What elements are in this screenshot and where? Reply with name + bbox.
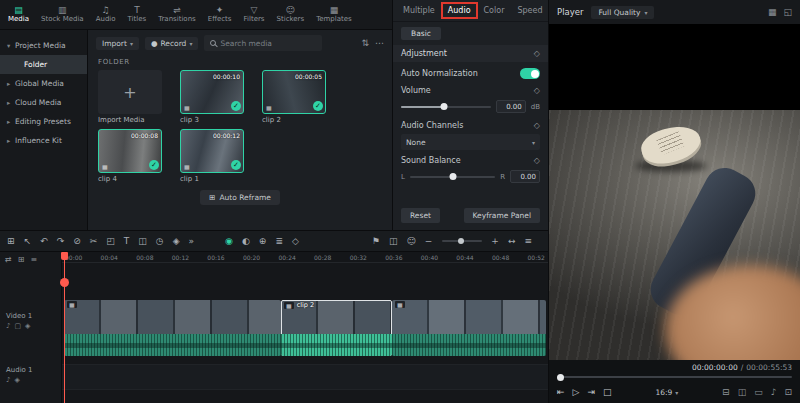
video-preview[interactable] (549, 24, 800, 360)
marker-icon[interactable]: ⚑ (372, 237, 380, 246)
tab-titles[interactable]: T Titles (122, 3, 153, 26)
auto-normalization-toggle[interactable] (520, 68, 540, 79)
sound-balance-value[interactable]: 0.00 (510, 170, 540, 183)
search-box[interactable] (204, 35, 322, 51)
sound-balance-slider[interactable] (410, 176, 495, 178)
tab-stock-media[interactable]: ▥ Stock Media (35, 3, 90, 26)
sidebar-item-influence-kit[interactable]: ▸ Influence Kit (0, 131, 87, 150)
previous-frame-button[interactable]: ⇤ (557, 387, 565, 397)
keyframe-diamond-icon[interactable]: ◇ (534, 86, 540, 95)
redo-icon[interactable]: ↷ (57, 237, 65, 246)
search-input[interactable] (220, 39, 316, 48)
display-mode-button[interactable]: ▭ (754, 387, 763, 397)
media-clip-3[interactable]: 00:00:10 ▦ ✓ (180, 70, 244, 114)
volume-slider-handle[interactable] (441, 103, 448, 110)
filter-icon[interactable]: ⇅ (361, 38, 369, 48)
timeline-clip-2-selected[interactable]: ▦ clip 2 (281, 300, 392, 356)
lock-track-icon[interactable]: ◈ (25, 322, 30, 330)
timeline-zoom-handle[interactable] (458, 238, 464, 244)
lock-track-icon[interactable]: ◈ (14, 376, 19, 384)
stop-button[interactable]: □ (603, 387, 612, 397)
sidebar-item-cloud-media[interactable]: ▸ Cloud Media (0, 93, 87, 112)
playhead-grip[interactable] (60, 278, 69, 287)
sidebar-item-project-media[interactable]: ▾ Project Media (0, 36, 87, 55)
reset-button[interactable]: Reset (401, 208, 440, 223)
properties-tab-multiple[interactable]: Multiple (397, 3, 441, 18)
mask-icon[interactable]: ◐ (242, 237, 250, 246)
basic-subtab[interactable]: Basic (401, 27, 441, 40)
keyframe-diamond-icon[interactable]: ◇ (534, 49, 540, 58)
playhead[interactable] (64, 252, 65, 403)
more-tools-icon[interactable]: » (189, 237, 195, 246)
track-options-icon[interactable]: ≡ (524, 237, 532, 246)
track-menu-icon[interactable]: ≡ (30, 255, 37, 264)
split-icon[interactable]: ✂ (90, 237, 98, 246)
next-frame-button[interactable]: ⇥ (587, 387, 595, 397)
media-clip-4[interactable]: 00:00:08 ▦ ✓ (98, 129, 162, 173)
toolbox-icon[interactable]: ⊞ (7, 237, 15, 246)
quality-dropdown[interactable]: Full Quality ▾ (591, 6, 654, 19)
seek-handle[interactable] (557, 374, 564, 381)
timeline-ruler[interactable]: 00:00 00:04 00:08 00:12 00:16 00:20 00:2… (62, 252, 548, 263)
tab-filters[interactable]: ▽ Filters (238, 3, 271, 26)
sound-balance-handle[interactable] (449, 173, 456, 180)
crop-icon[interactable]: ◰ (106, 237, 115, 246)
volume-slider[interactable] (401, 106, 491, 108)
add-track-icon[interactable]: ⊞ (18, 255, 25, 264)
mute-track-icon[interactable]: ♪ (6, 322, 10, 330)
zoom-out-icon[interactable]: − (425, 237, 433, 246)
aspect-ratio-dropdown[interactable]: 16:9 ▾ (655, 388, 678, 397)
keyframe-icon[interactable]: ◈ (173, 237, 180, 246)
play-button[interactable]: ▷ (573, 387, 580, 397)
tab-stickers[interactable]: ☺ Stickers (271, 3, 311, 26)
export-frame-icon[interactable]: ◫ (389, 237, 398, 246)
motion-track-icon[interactable]: ⊕ (259, 237, 267, 246)
hide-track-icon[interactable]: ▢ (14, 322, 21, 330)
swap-tracks-icon[interactable]: ⇄ (5, 255, 12, 264)
properties-tab-audio[interactable]: Audio (442, 3, 477, 18)
undo-icon[interactable]: ↶ (40, 237, 48, 246)
keyframe-diamond-icon[interactable]: ◇ (534, 156, 540, 165)
select-tool-icon[interactable]: ↖ (24, 237, 32, 246)
pip-icon[interactable]: ◫ (138, 237, 147, 246)
timeline-zoom-slider[interactable] (442, 240, 482, 242)
properties-tab-color[interactable]: Color (478, 3, 511, 18)
tab-media[interactable]: ▤ Media (2, 3, 35, 26)
volume-value[interactable]: 0.00 (496, 100, 526, 113)
properties-tab-speed[interactable]: Speed (511, 3, 548, 18)
fullscreen-button[interactable]: ⊡ (784, 387, 792, 397)
keyframe-panel-icon[interactable]: ◇ (292, 237, 299, 246)
tab-transitions[interactable]: ⇌ Transitions (152, 3, 202, 26)
emoji-icon[interactable]: ☺ (406, 237, 415, 246)
mute-track-icon[interactable]: ♪ (6, 376, 10, 384)
tab-audio[interactable]: ♫ Audio (90, 3, 122, 26)
speed-icon[interactable]: ◷ (156, 237, 164, 246)
volume-button[interactable]: ♪ (771, 387, 777, 397)
detach-player-icon[interactable]: ◱ (783, 7, 792, 17)
seek-bar[interactable] (557, 376, 792, 378)
tab-templates[interactable]: ▦ Templates (310, 3, 358, 26)
timeline-clip-3[interactable]: ▦ (392, 300, 546, 356)
zoom-in-icon[interactable]: + (491, 237, 499, 246)
import-media-tile[interactable]: + (98, 70, 162, 114)
audio-mixer-icon[interactable]: ≣ (275, 237, 283, 246)
sidebar-item-global-media[interactable]: ▸ Global Media (0, 74, 87, 93)
snapshot-button[interactable]: ◫ (738, 387, 747, 397)
mark-icon[interactable]: ⊟ (722, 387, 730, 397)
sidebar-item-folder[interactable]: Folder (0, 55, 87, 74)
keyframe-panel-button[interactable]: Keyframe Panel (464, 208, 540, 223)
grid-view-icon[interactable]: ▦ (768, 7, 777, 17)
audio-channels-dropdown[interactable]: None ▾ (401, 134, 540, 150)
import-button[interactable]: Import ▾ (96, 37, 139, 50)
keyframe-diamond-icon[interactable]: ◇ (534, 121, 540, 130)
media-clip-1[interactable]: 00:00:12 ▦ ✓ (180, 129, 244, 173)
audio-track-lane[interactable] (62, 364, 548, 390)
auto-reframe-button[interactable]: ⊞ Auto Reframe (200, 190, 280, 205)
adjustment-section-header[interactable]: Adjustment ◇ (393, 45, 548, 62)
media-clip-2[interactable]: 00:00:05 ▦ ✓ (262, 70, 326, 114)
fit-timeline-icon[interactable]: ↔ (508, 237, 516, 246)
text-tool-icon[interactable]: T (124, 237, 130, 246)
sidebar-item-editing-presets[interactable]: ▸ Editing Presets (0, 112, 87, 131)
timeline-clip-1[interactable]: ▦ (64, 300, 281, 356)
record-button[interactable]: ● Record ▾ (145, 37, 198, 50)
